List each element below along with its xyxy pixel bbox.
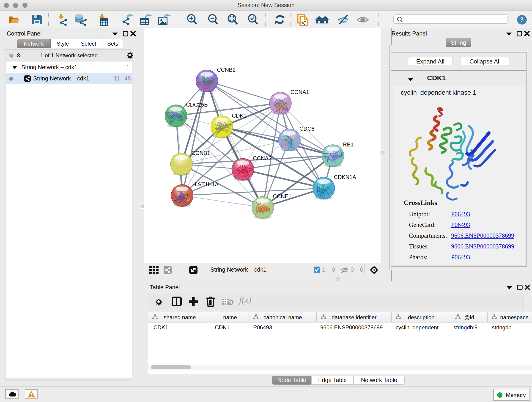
- svg-text:HIST1H1A: HIST1H1A: [192, 181, 219, 187]
- svg-text:CDC25B: CDC25B: [186, 102, 208, 108]
- svg-text:CCNE1: CCNE1: [273, 193, 291, 199]
- svg-text:CCNB1: CCNB1: [191, 150, 210, 156]
- svg-text:CCNA2: CCNA2: [253, 155, 272, 161]
- svg-text:?: ?: [520, 16, 524, 23]
- svg-text:CDKN1A: CDKN1A: [334, 174, 356, 180]
- svg-text:CCNB2: CCNB2: [217, 67, 235, 73]
- svg-text:CDC6: CDC6: [299, 126, 314, 132]
- svg-text:CDK1: CDK1: [232, 113, 247, 119]
- svg-text:RB1: RB1: [343, 141, 354, 148]
- svg-text:CCNA1: CCNA1: [291, 89, 309, 95]
